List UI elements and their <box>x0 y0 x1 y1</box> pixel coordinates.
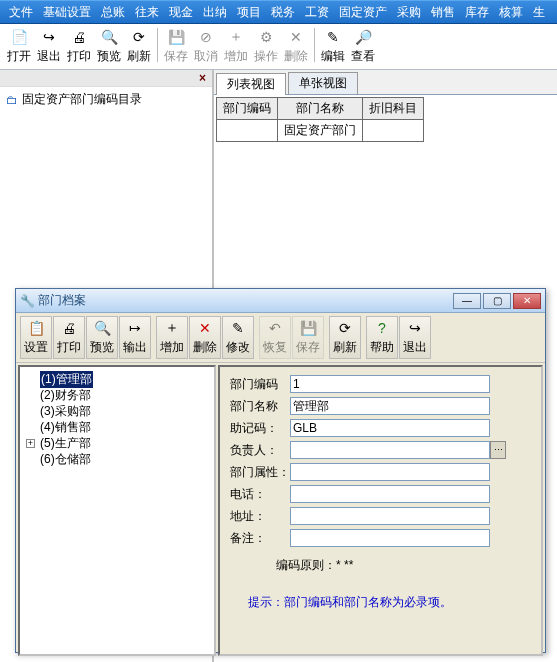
tb-label: 修改 <box>226 339 250 356</box>
tb-打印-button[interactable]: 🖨打印 <box>64 26 94 67</box>
tb-label: 删除 <box>284 48 308 65</box>
tb-icon: ⟳ <box>336 319 354 337</box>
menu-tax[interactable]: 税务 <box>266 2 300 23</box>
tb-label: 打印 <box>67 48 91 65</box>
menu-accounting[interactable]: 核算 <box>494 2 528 23</box>
dlg-tb-保存-button: 💾保存 <box>292 316 324 359</box>
dept-tree-item[interactable]: (4)销售部 <box>22 419 212 435</box>
tb-刷新-button[interactable]: ⟳刷新 <box>124 26 154 67</box>
dlg-tb-修改-button[interactable]: ✎修改 <box>222 316 254 359</box>
menu-ledger[interactable]: 总账 <box>96 2 130 23</box>
menu-cash[interactable]: 现金 <box>164 2 198 23</box>
tb-icon: 🔎 <box>354 28 372 46</box>
tree-root-node[interactable]: 🗀 固定资产部门编码目录 <box>6 91 206 108</box>
tb-icon: ? <box>373 319 391 337</box>
menu-cashier[interactable]: 出纳 <box>198 2 232 23</box>
close-button[interactable]: ✕ <box>513 293 541 309</box>
dept-tree-item[interactable]: +(5)生产部 <box>22 435 212 451</box>
tb-增加-button: ＋增加 <box>221 26 251 67</box>
owner-field[interactable] <box>290 441 490 459</box>
dialog-titlebar[interactable]: 🔧 部门档案 — ▢ ✕ <box>16 289 545 313</box>
tb-删除-button: ✕删除 <box>281 26 311 67</box>
tb-icon: 🔍 <box>100 28 118 46</box>
close-pane-icon[interactable]: × <box>195 71 210 85</box>
col-dept-name[interactable]: 部门名称 <box>278 98 363 120</box>
note-field[interactable] <box>290 529 490 547</box>
tb-icon: 💾 <box>299 319 317 337</box>
tree-item-label: (5)生产部 <box>40 435 91 452</box>
tb-label: 设置 <box>24 339 48 356</box>
dept-name-field[interactable] <box>290 397 490 415</box>
dlg-tb-删除-button[interactable]: ✕删除 <box>189 316 221 359</box>
tree-item-label: (1)管理部 <box>40 371 93 388</box>
tb-label: 恢复 <box>263 339 287 356</box>
dept-code-field[interactable] <box>290 375 490 393</box>
tree-item-label: (2)财务部 <box>40 387 91 404</box>
tb-label: 刷新 <box>333 339 357 356</box>
tb-退出-button[interactable]: ↪退出 <box>34 26 64 67</box>
tb-label: 退出 <box>403 339 427 356</box>
addr-field[interactable] <box>290 507 490 525</box>
tb-预览-button[interactable]: 🔍预览 <box>94 26 124 67</box>
tb-label: 预览 <box>97 48 121 65</box>
label-mnemonic: 助记码： <box>230 420 290 437</box>
owner-lookup-button[interactable]: ⋯ <box>490 441 506 459</box>
minimize-button[interactable]: — <box>453 293 481 309</box>
menu-inventory[interactable]: 库存 <box>460 2 494 23</box>
tab-list-view[interactable]: 列表视图 <box>216 73 286 95</box>
table-row[interactable]: 固定资产部门 <box>217 120 424 142</box>
expand-icon[interactable]: + <box>26 439 35 448</box>
tb-icon: ↪ <box>406 319 424 337</box>
attr-field[interactable] <box>290 463 490 481</box>
tb-icon: 💾 <box>167 28 185 46</box>
tb-icon: ⊘ <box>197 28 215 46</box>
dlg-tb-预览-button[interactable]: 🔍预览 <box>86 316 118 359</box>
menu-sales[interactable]: 销售 <box>426 2 460 23</box>
menu-base-settings[interactable]: 基础设置 <box>38 2 96 23</box>
menu-dealings[interactable]: 往来 <box>130 2 164 23</box>
dlg-tb-打印-button[interactable]: 🖨打印 <box>53 316 85 359</box>
dept-tree-item[interactable]: (6)仓储部 <box>22 451 212 467</box>
tb-label: 操作 <box>254 48 278 65</box>
col-dept-code[interactable]: 部门编码 <box>217 98 278 120</box>
tb-icon: ⚙ <box>257 28 275 46</box>
menu-project[interactable]: 项目 <box>232 2 266 23</box>
maximize-button[interactable]: ▢ <box>483 293 511 309</box>
tb-icon: ✕ <box>287 28 305 46</box>
tb-编辑-button[interactable]: ✎编辑 <box>318 26 348 67</box>
tb-label: 增加 <box>224 48 248 65</box>
dlg-tb-输出-button[interactable]: ↦输出 <box>119 316 151 359</box>
dept-tree-item[interactable]: (1)管理部 <box>22 371 212 387</box>
dept-tree-item[interactable]: (3)采购部 <box>22 403 212 419</box>
cell-depr <box>363 120 424 142</box>
tb-查看-button[interactable]: 🔎查看 <box>348 26 378 67</box>
dept-tree-item[interactable]: (2)财务部 <box>22 387 212 403</box>
tb-label: 删除 <box>193 339 217 356</box>
tb-icon: ✕ <box>196 319 214 337</box>
tb-label: 帮助 <box>370 339 394 356</box>
menu-fixed-assets[interactable]: 固定资产 <box>334 2 392 23</box>
tab-single-view[interactable]: 单张视图 <box>288 72 358 94</box>
data-table: 部门编码 部门名称 折旧科目 固定资产部门 <box>216 97 424 142</box>
dlg-tb-帮助-button[interactable]: ?帮助 <box>366 316 398 359</box>
dlg-tb-刷新-button[interactable]: ⟳刷新 <box>329 316 361 359</box>
menu-more[interactable]: 生 <box>528 2 550 23</box>
menu-purchase[interactable]: 采购 <box>392 2 426 23</box>
mnemonic-field[interactable] <box>290 419 490 437</box>
tb-label: 增加 <box>160 339 184 356</box>
wrench-icon: 🔧 <box>20 294 34 308</box>
dlg-tb-设置-button[interactable]: 📋设置 <box>20 316 52 359</box>
tb-打开-button[interactable]: 📄打开 <box>4 26 34 67</box>
dlg-tb-退出-button[interactable]: ↪退出 <box>399 316 431 359</box>
dlg-tb-增加-button[interactable]: ＋增加 <box>156 316 188 359</box>
tree-item-label: (6)仓储部 <box>40 451 91 468</box>
tb-label: 刷新 <box>127 48 151 65</box>
tb-label: 保存 <box>164 48 188 65</box>
menu-salary[interactable]: 工资 <box>300 2 334 23</box>
tel-field[interactable] <box>290 485 490 503</box>
dlg-tb-恢复-button: ↶恢复 <box>259 316 291 359</box>
menu-file[interactable]: 文件 <box>4 2 38 23</box>
col-depreciation[interactable]: 折旧科目 <box>363 98 424 120</box>
tb-label: 退出 <box>37 48 61 65</box>
label-dept-code: 部门编码 <box>230 376 290 393</box>
